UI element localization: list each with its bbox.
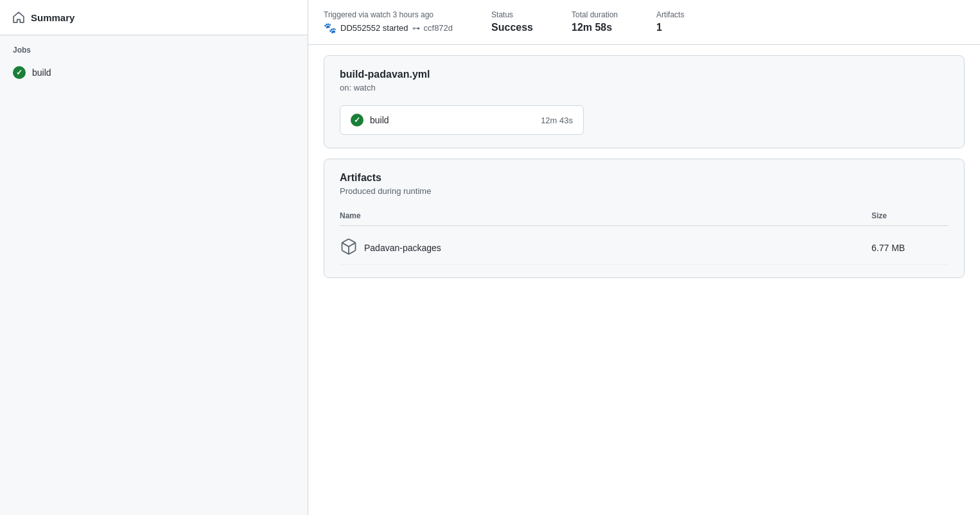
commit-avatar-icon: 🐾 [324,22,337,34]
job-box-label: build [370,115,534,125]
artifacts-subtitle: Produced during runtime [340,186,949,196]
col-size-header: Size [871,211,949,220]
artifacts-table: Name Size Padavan-packages [340,206,949,265]
artifacts-card: Artifacts Produced during runtime Name S… [324,159,965,278]
artifact-size-cell: 6.77 MB [871,243,949,253]
trigger-label: Triggered via watch 3 hours ago [324,10,453,19]
duration-group: Total duration 12m 58s [572,10,618,33]
home-icon [13,12,24,23]
job-success-icon [351,114,363,127]
trigger-group: Triggered via watch 3 hours ago 🐾 DD5525… [324,10,453,34]
status-label: Status [491,10,533,19]
status-value: Success [491,22,533,33]
duration-value: 12m 58s [572,22,618,33]
summary-label: Summary [31,12,74,23]
artifacts-count-group: Artifacts 1 [656,10,684,33]
duration-label: Total duration [572,10,618,19]
package-icon [340,238,358,258]
git-branch-icon: ⊶ [412,24,420,33]
workflow-subtitle: on: watch [340,83,949,92]
artifacts-table-header: Name Size [340,206,949,226]
artifact-name: Padavan-packages [364,243,441,253]
jobs-section-label: Jobs [0,35,308,60]
sidebar-job-label: build [32,67,51,78]
main-content: Triggered via watch 3 hours ago 🐾 DD5525… [308,0,980,515]
artifacts-title: Artifacts [340,172,949,184]
artifact-name-cell: Padavan-packages [340,238,871,258]
info-bar: Triggered via watch 3 hours ago 🐾 DD5525… [308,0,980,45]
sidebar-item-build[interactable]: build [0,60,308,85]
job-box-duration: 12m 43s [541,116,573,125]
content-area: build-padavan.yml on: watch build 12m 43… [308,45,980,288]
status-group: Status Success [491,10,533,33]
success-status-icon [13,66,26,79]
col-name-header: Name [340,211,871,220]
artifacts-count-label: Artifacts [656,10,684,19]
artifacts-count-value: 1 [656,22,684,33]
workflow-card: build-padavan.yml on: watch build 12m 43… [324,55,965,148]
commit-hash: ccf872d [424,23,453,33]
sidebar: Summary Jobs build [0,0,308,515]
trigger-row: 🐾 DD552552 started ⊶ ccf872d [324,22,453,34]
job-box[interactable]: build 12m 43s [340,105,584,135]
workflow-title: build-padavan.yml [340,69,949,80]
artifact-row[interactable]: Padavan-packages 6.77 MB [340,231,949,265]
commit-text: DD552552 started [340,23,408,33]
summary-nav-item[interactable]: Summary [0,0,308,35]
